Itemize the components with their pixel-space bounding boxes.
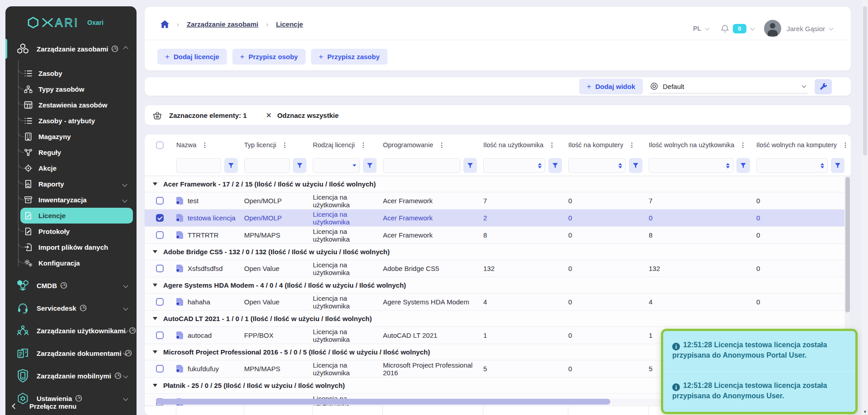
group-row[interactable]: Agere Systems HDA Modem - 4 / 0 / 4 (Ilo… — [145, 277, 844, 294]
cell-kind: Licencja na użytkownika — [313, 261, 383, 276]
sidebar-item[interactable]: Reguły — [5, 145, 137, 160]
scrollbar-thumb[interactable] — [863, 6, 867, 155]
user-name[interactable]: Jarek Gąsior — [787, 25, 825, 33]
sidebar-item[interactable]: Raporty — [5, 176, 137, 192]
filter-funnel-button[interactable] — [224, 158, 238, 173]
scroll-down-arrow-icon[interactable]: ▼ — [862, 410, 868, 414]
table-row[interactable]: testowa licencjaOpen/MOLPLicencja na uży… — [145, 210, 844, 227]
sidebar-item[interactable]: Zasoby - atrybuty — [5, 113, 137, 129]
column-menu-icon[interactable]: ⋮ — [437, 141, 446, 149]
chevron-down-icon[interactable] — [353, 164, 356, 167]
row-checkbox[interactable] — [156, 214, 164, 222]
group-row[interactable]: AutoCAD LT 2021 - 1 / 0 / 1 (Ilość / Ilo… — [145, 311, 844, 327]
filter-funnel-button[interactable] — [548, 158, 562, 173]
column-menu-icon[interactable]: ⋮ — [359, 141, 368, 149]
sidebar-item[interactable]: Import plików danych — [5, 239, 137, 255]
toast-notification[interactable]: i12:51:28 Licencja testowa licencja zost… — [663, 331, 855, 371]
row-checkbox[interactable] — [156, 298, 164, 306]
filter-input[interactable] — [176, 158, 221, 173]
breadcrumb-link-licencje[interactable]: Licencje — [276, 20, 303, 28]
filter-funnel-button[interactable] — [463, 158, 477, 173]
filter-input[interactable] — [483, 158, 545, 173]
row-checkbox[interactable] — [156, 265, 164, 272]
column-menu-icon[interactable]: ⋮ — [280, 141, 289, 149]
sidebar-item[interactable]: Inwentaryzacja — [5, 192, 137, 208]
sidebar-item[interactable]: Zasoby — [5, 65, 137, 81]
group-row[interactable]: Adobe Bridge CS5 - 132 / 0 / 132 (Ilość … — [145, 244, 844, 260]
sidebar-item[interactable]: Protokoły — [5, 224, 137, 239]
column-menu-icon[interactable]: ⋮ — [841, 141, 850, 149]
column-menu-icon[interactable]: ⋮ — [200, 141, 209, 149]
toast-notification[interactable]: i12:51:28 Licencja testowa licencja zost… — [663, 371, 855, 412]
deselect-all-button[interactable]: Odznacz wszystkie — [277, 112, 339, 119]
filter-funnel-button[interactable] — [293, 158, 307, 173]
sidebar-item[interactable]: Akcje — [5, 160, 137, 176]
add-license-button[interactable]: + Dodaj licencje — [157, 49, 227, 65]
bell-icon[interactable] — [721, 24, 729, 33]
group-row[interactable]: Acer Framework - 17 / 2 / 15 (Ilość / Il… — [145, 176, 844, 192]
select-all-checkbox[interactable] — [156, 141, 164, 149]
cell-kind: Licencja na użytkownika — [313, 328, 383, 343]
column-menu-icon[interactable]: ⋮ — [547, 141, 557, 149]
sidebar-item[interactable]: Zarządzanie użytkownikami — [5, 322, 137, 339]
sidebar-item[interactable]: Zarządzanie zasobami — [5, 41, 137, 57]
table-row[interactable]: hahahaOpen ValueLicencja na użytkownikaA… — [145, 294, 844, 311]
number-stepper[interactable] — [821, 163, 824, 168]
assign-people-button[interactable]: + Przypisz osoby — [232, 49, 306, 65]
filter-input[interactable] — [756, 158, 828, 173]
warehouse-icon — [24, 132, 33, 141]
chevron-down-icon[interactable] — [829, 26, 834, 30]
breadcrumb-link-zarzadzanie-zasobami[interactable]: Zarządzanie zasobami — [187, 20, 258, 28]
chevron-down-icon[interactable] — [750, 26, 755, 30]
number-stepper[interactable] — [726, 163, 730, 168]
sidebar-item[interactable]: Zarządzanie dokumentami — [5, 345, 137, 361]
filter-input[interactable] — [313, 158, 360, 173]
column-header: Oprogramowanie⋮ — [383, 141, 483, 149]
filter-funnel-button[interactable] — [629, 158, 642, 173]
row-checkbox[interactable] — [156, 197, 164, 205]
chevron-down-icon[interactable] — [705, 26, 710, 30]
sidebar-item[interactable]: Zarządzanie mobilnymi — [5, 368, 137, 384]
sidebar-item-label: Licencje — [38, 212, 66, 219]
sidebar-item[interactable]: Servicedesk — [5, 300, 137, 316]
collapse-caret-icon — [153, 350, 157, 354]
table-row[interactable]: testOpen/MOLPLicencja na użytkownikaAcer… — [145, 192, 844, 210]
avatar[interactable] — [764, 20, 781, 37]
filter-funnel-button[interactable] — [831, 158, 844, 173]
number-stepper[interactable] — [538, 163, 542, 168]
home-icon[interactable] — [160, 20, 169, 28]
filter-input[interactable] — [383, 158, 460, 173]
close-icon[interactable]: ✕ — [266, 111, 272, 120]
sidebar-item[interactable]: Magazyny — [5, 129, 137, 145]
add-view-button[interactable]: + Dodaj widok — [579, 79, 643, 94]
table-row[interactable]: XsfsdfsdfsdOpen ValueLicencja na użytkow… — [145, 260, 844, 277]
assign-assets-button[interactable]: + Przypisz zasoby — [311, 49, 387, 65]
row-checkbox[interactable] — [156, 331, 164, 339]
sidebar-item[interactable]: Typy zasobów — [5, 81, 137, 97]
column-menu-icon[interactable]: ⋮ — [627, 141, 637, 149]
filter-input[interactable] — [568, 158, 626, 173]
collapse-caret-icon — [153, 317, 157, 320]
filter-input[interactable] — [244, 158, 290, 173]
logo[interactable]: ARI Oxari — [5, 6, 137, 31]
table-row[interactable]: TTRTRTRMPN/MAPSLicencja na użytkownikaAc… — [145, 227, 844, 244]
scrollbar-thumb[interactable] — [845, 177, 850, 312]
filter-input[interactable] — [649, 158, 733, 173]
filter-funnel-button[interactable] — [363, 158, 377, 173]
view-settings-button[interactable] — [815, 79, 832, 94]
notification-badge[interactable]: 0 — [733, 24, 746, 33]
sidebar-item[interactable]: Zestawienia zasobów — [5, 97, 137, 113]
column-menu-icon[interactable]: ⋮ — [738, 141, 747, 149]
language-selector[interactable]: PL — [693, 25, 701, 32]
cell-kind: Licencja na użytkownika — [313, 294, 383, 310]
number-stepper[interactable] — [618, 163, 622, 168]
sidebar-item[interactable]: CMDB — [5, 277, 137, 294]
scrollbar-thumb[interactable] — [156, 399, 610, 405]
sidebar-item[interactable]: Konfiguracja — [5, 255, 137, 271]
menu-toggle[interactable]: Przełącz menu — [5, 397, 137, 415]
row-checkbox[interactable] — [156, 231, 164, 239]
sidebar-item[interactable]: Licencje — [20, 208, 133, 224]
row-checkbox[interactable] — [156, 365, 164, 373]
filter-funnel-button[interactable] — [736, 158, 750, 173]
view-select[interactable]: Default — [650, 80, 807, 93]
